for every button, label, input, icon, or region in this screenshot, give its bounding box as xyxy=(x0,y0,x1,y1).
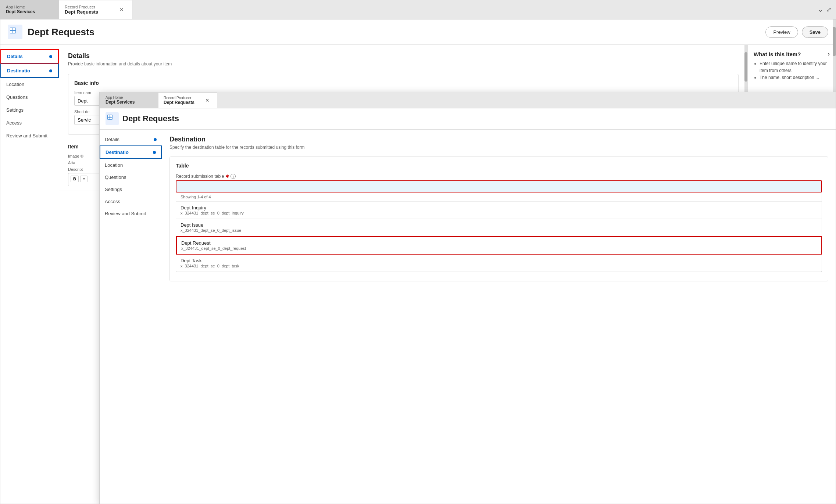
fw-tab-item[interactable]: Record Producer Dept Requests ✕ xyxy=(158,92,217,108)
fw-app-tab[interactable]: App Home Dept Services xyxy=(100,92,158,108)
fw-sidebar-label-details: Details xyxy=(105,137,119,142)
bg-section-title: Details xyxy=(68,52,739,60)
fw-dropdown-item-2[interactable]: Dept Request x_324431_dept_se_0_dept_req… xyxy=(176,236,822,255)
fw-sidebar-label-review: Review and Submit xyxy=(105,211,146,216)
fw-header: Dept Requests xyxy=(100,108,836,129)
fw-dropdown-showing: Showing 1-4 of 4 xyxy=(176,192,822,202)
foreground-window: App Home Dept Services Record Producer D… xyxy=(99,92,836,504)
save-button[interactable]: Save xyxy=(802,26,828,38)
fw-dest-subtitle: Specify the destination table for the re… xyxy=(169,145,828,150)
svg-rect-11 xyxy=(110,118,112,119)
sidebar-label-location: Location xyxy=(6,82,24,87)
required-star-icon: ✱ xyxy=(225,174,229,179)
fw-item-name-2: Dept Request xyxy=(181,240,817,246)
fw-table-card: Table Record submission table ✱ i Showin… xyxy=(169,156,828,281)
info-panel-chevron-icon: › xyxy=(828,51,830,57)
sidebar-item-questions[interactable]: Questions xyxy=(0,91,59,104)
svg-rect-4 xyxy=(13,28,15,30)
fw-sidebar-label-destination: Destinatio xyxy=(106,150,129,155)
info-panel-bullet-2: The name, short description ... xyxy=(760,74,830,81)
fw-dot-destination xyxy=(153,151,156,154)
bg-tab-item[interactable]: Record Producer Dept Requests ✕ xyxy=(59,0,132,19)
bold-button[interactable]: B xyxy=(71,176,79,182)
fw-item-sub-2: x_324431_dept_se_0_dept_request xyxy=(181,246,817,251)
list-button[interactable]: ≡ xyxy=(80,176,87,182)
fw-tab-content: Record Producer Dept Requests xyxy=(164,96,194,105)
bg-tab-top: Record Producer xyxy=(65,5,98,9)
fw-dropdown-item-0[interactable]: Dept Inquiry x_324431_dept_se_0_dept_inq… xyxy=(176,202,822,219)
svg-rect-2 xyxy=(10,28,12,30)
preview-button[interactable]: Preview xyxy=(765,26,798,38)
fw-table-card-title: Table xyxy=(176,163,822,169)
info-icon[interactable]: i xyxy=(231,174,236,179)
bg-app-tab[interactable]: App Home Dept Services xyxy=(0,0,59,19)
fw-tab-close-icon[interactable]: ✕ xyxy=(203,97,212,104)
fw-sidebar-destination[interactable]: Destinatio xyxy=(100,145,162,159)
fw-tab-bar: App Home Dept Services Record Producer D… xyxy=(100,92,836,108)
fw-item-sub-3: x_324431_dept_se_0_dept_task xyxy=(181,264,817,268)
fw-dropdown-list: Showing 1-4 of 4 Dept Inquiry x_324431_d… xyxy=(176,192,822,272)
bg-section-header: Details Provide basic information and de… xyxy=(59,45,747,69)
fw-sidebar-label-access: Access xyxy=(105,199,120,204)
fw-main-content: Destination Specify the destination tabl… xyxy=(162,130,836,504)
fw-dropdown-item-3[interactable]: Dept Task x_324431_dept_se_0_dept_task xyxy=(176,255,822,272)
fw-field-label-text: Record submission table xyxy=(176,174,224,179)
svg-rect-5 xyxy=(13,31,15,33)
sidebar-label-questions: Questions xyxy=(6,94,28,100)
svg-rect-10 xyxy=(110,115,112,117)
fw-tab-top: Record Producer xyxy=(164,96,194,100)
fw-body: Details Destinatio Location Questions Se… xyxy=(100,130,836,504)
fw-dropdown-item-1[interactable]: Dept Issue x_324431_dept_se_0_dept_issue xyxy=(176,219,822,236)
dept-requests-icon xyxy=(8,25,22,39)
info-panel-title: What is this item? › xyxy=(754,51,830,57)
fw-sidebar-settings[interactable]: Settings xyxy=(100,183,162,195)
bg-sidebar: Details Destinatio Location Questions Se… xyxy=(0,45,59,504)
fw-item-sub-0: x_324431_dept_se_0_dept_inquiry xyxy=(181,211,817,215)
fw-field-label: Record submission table ✱ i xyxy=(176,174,822,179)
sidebar-item-review[interactable]: Review and Submit xyxy=(0,129,59,142)
bg-card-title: Basic info xyxy=(74,80,732,86)
sidebar-item-settings[interactable]: Settings xyxy=(0,104,59,116)
sidebar-label-access: Access xyxy=(6,120,22,126)
fw-sidebar: Details Destinatio Location Questions Se… xyxy=(100,130,162,504)
fw-dot-details xyxy=(154,138,157,141)
sidebar-label-destination: Destinatio xyxy=(7,68,30,73)
sidebar-label-settings: Settings xyxy=(6,107,24,113)
sidebar-item-destination[interactable]: Destinatio xyxy=(0,64,59,78)
bg-header-title: Dept Requests xyxy=(28,26,765,38)
fw-header-icon xyxy=(106,112,119,125)
svg-rect-3 xyxy=(10,31,12,33)
svg-rect-8 xyxy=(108,115,110,117)
sidebar-item-access[interactable]: Access xyxy=(0,116,59,129)
sidebar-item-location[interactable]: Location xyxy=(0,78,59,91)
fw-field-group: Record submission table ✱ i Showing 1-4 … xyxy=(176,174,822,272)
expand-icon[interactable]: ⤢ xyxy=(826,6,832,14)
bg-scroll-thumb xyxy=(744,52,747,82)
bg-header-actions: Preview Save xyxy=(765,26,828,38)
info-panel-title-text: What is this item? xyxy=(754,51,801,57)
fw-app-bottom: Dept Services xyxy=(106,100,153,105)
dropdown-icon[interactable]: ⌄ xyxy=(818,6,823,14)
fw-sidebar-label-location: Location xyxy=(105,162,123,168)
fw-sidebar-label-questions: Questions xyxy=(105,174,126,180)
fw-sidebar-label-settings: Settings xyxy=(105,187,122,192)
bg-tab-actions: ⌄ ⤢ xyxy=(813,0,836,19)
record-submission-table-input[interactable] xyxy=(176,180,822,192)
fw-sidebar-location[interactable]: Location xyxy=(100,159,162,171)
fw-sidebar-questions[interactable]: Questions xyxy=(100,171,162,183)
info-panel-list: Enter unique name to identify your item … xyxy=(754,60,830,82)
bg-section-subtitle: Provide basic information and details ab… xyxy=(68,61,739,66)
fw-header-title: Dept Requests xyxy=(122,114,179,123)
fw-tab-bottom: Dept Requests xyxy=(164,100,194,105)
bg-tab-close-icon[interactable]: ✕ xyxy=(117,6,126,13)
background-tab-bar: App Home Dept Services Record Producer D… xyxy=(0,0,836,19)
fw-sidebar-details[interactable]: Details xyxy=(100,133,162,145)
fw-item-name-1: Dept Issue xyxy=(181,222,817,228)
svg-rect-9 xyxy=(108,118,110,119)
sidebar-item-details[interactable]: Details xyxy=(0,49,59,64)
sidebar-label-details: Details xyxy=(7,54,23,59)
fw-sidebar-access[interactable]: Access xyxy=(100,195,162,208)
fw-app-top: App Home xyxy=(106,96,153,100)
fw-sidebar-review[interactable]: Review and Submit xyxy=(100,208,162,220)
fw-item-sub-1: x_324431_dept_se_0_dept_issue xyxy=(181,228,817,233)
